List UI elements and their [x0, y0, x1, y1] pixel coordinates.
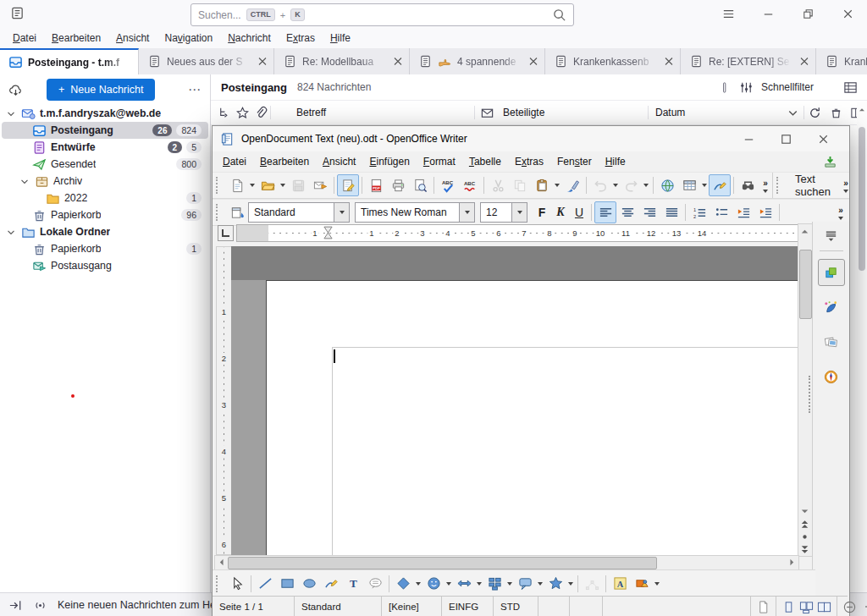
align-left-button[interactable]: [594, 201, 616, 223]
callouts-dropdown-icon[interactable]: [536, 574, 544, 594]
star-column-icon[interactable]: [233, 106, 251, 120]
sync-column-icon[interactable]: [804, 106, 826, 120]
drawing-toolbar-options[interactable]: [653, 574, 661, 594]
folder-pane-options-icon[interactable]: ⋯: [188, 82, 202, 97]
edit-file-button[interactable]: [337, 174, 359, 196]
ellipse-button[interactable]: [298, 573, 320, 595]
export-pdf-button[interactable]: PDF: [365, 174, 387, 196]
align-center-button[interactable]: [616, 201, 638, 223]
tab-close-icon[interactable]: [662, 55, 676, 69]
status-selection-mode[interactable]: STD: [494, 597, 538, 616]
navigation-icon[interactable]: [798, 531, 811, 542]
flowchart-dropdown-icon[interactable]: [505, 574, 514, 594]
new-doc-button[interactable]: [226, 174, 248, 196]
flowchart-button[interactable]: [483, 573, 505, 595]
toolbar-grip[interactable]: [216, 177, 223, 194]
scrollbar-thumb[interactable]: [228, 557, 657, 569]
attachment-column-icon[interactable]: [251, 106, 270, 120]
fontwork-gallery-button[interactable]: A: [609, 573, 631, 595]
multi-page-view-icon[interactable]: [799, 600, 814, 614]
align-right-button[interactable]: [638, 201, 660, 223]
next-page-icon[interactable]: [798, 543, 811, 555]
rectangle-button[interactable]: [276, 573, 298, 595]
folder-t-m-f-andryszak-web-de-0[interactable]: t.m.f.andryszak@web.de: [2, 105, 208, 122]
select-arrow-button[interactable]: [226, 573, 248, 595]
open-folder-button[interactable]: [257, 174, 279, 196]
sidebar-properties-icon[interactable]: [818, 259, 845, 286]
tab-type-selector[interactable]: [218, 225, 234, 241]
freeform-line-button[interactable]: [320, 573, 342, 595]
hyperlink-button[interactable]: [656, 174, 678, 196]
ruler-strip[interactable]: 11234567891011121314: [236, 224, 799, 242]
tab-krankenkassenb-4[interactable]: Krankenkassenb: [545, 48, 681, 74]
table-button[interactable]: [678, 174, 700, 196]
picture-from-file-button[interactable]: [631, 573, 653, 595]
tab-re-modellbaua-2[interactable]: Re: Modellbaua: [274, 48, 410, 74]
tab-posteingang-t-m-f-0[interactable]: Posteingang - t.m.f: [0, 48, 139, 74]
indent-increase-button[interactable]: [754, 201, 776, 223]
chevron-down-icon[interactable]: [5, 107, 17, 119]
message-list-scrollbar[interactable]: [857, 102, 867, 591]
scroll-right-icon[interactable]: [786, 556, 798, 569]
thread-column-icon[interactable]: [214, 106, 233, 120]
writer-titlebar[interactable]: OpenDocument Text (neu).odt - OpenOffice…: [213, 126, 849, 151]
previous-page-icon[interactable]: [798, 518, 811, 530]
menu-writer-hilfe[interactable]: Hilfe: [599, 153, 632, 170]
formatting-overflow-button[interactable]: »: [834, 201, 848, 223]
column-subject[interactable]: Betreff: [271, 101, 474, 124]
writer-minimize-button[interactable]: [730, 126, 767, 151]
folder-papierkorb-6[interactable]: Papierkorb96: [2, 206, 208, 223]
tab-close-icon[interactable]: [527, 55, 540, 69]
symbol-shapes-dropdown-icon[interactable]: [445, 574, 453, 594]
toolbar-grip[interactable]: [216, 575, 223, 592]
tab-close-icon[interactable]: [391, 55, 405, 69]
find-overflow-button[interactable]: »: [839, 174, 853, 196]
basic-shapes-button[interactable]: [392, 573, 414, 595]
line-button[interactable]: [254, 573, 276, 595]
quickfilter-label[interactable]: Schnellfilter: [761, 81, 814, 93]
stars-button[interactable]: [544, 573, 566, 595]
folder-lokale-ordner-7[interactable]: Lokale Ordner: [2, 223, 208, 240]
chevron-down-icon[interactable]: [5, 226, 17, 238]
tab-4-spannende-3[interactable]: 4 spannende: [410, 48, 545, 74]
basic-shapes-dropdown-icon[interactable]: [414, 574, 422, 594]
open-folder-dropdown-icon[interactable]: [279, 175, 287, 195]
quickfilter-pin-icon[interactable]: [717, 80, 732, 95]
callouts-button[interactable]: [514, 573, 536, 595]
tab-re-extern-se-5[interactable]: Re: [EXTERN] Se: [681, 48, 816, 74]
tab-close-icon[interactable]: [256, 55, 269, 69]
sort-chevron-icon[interactable]: [782, 106, 803, 120]
bullet-list-button[interactable]: [710, 201, 732, 223]
sidebar-styles-icon[interactable]: [818, 294, 845, 321]
tab-krankenkassenb-6[interactable]: Krankenkassenb: [816, 48, 867, 74]
menu-writer-ansicht[interactable]: Ansicht: [316, 153, 362, 170]
font-size-combo[interactable]: 12: [480, 202, 527, 223]
toolbar-grip[interactable]: [216, 204, 223, 221]
indent-marker[interactable]: [323, 226, 333, 239]
toolbar-grip[interactable]: [776, 177, 783, 194]
format-paintbrush-button[interactable]: [561, 174, 583, 196]
zoom-out-icon[interactable]: [842, 600, 857, 614]
block-arrows-button[interactable]: [453, 573, 475, 595]
scroll-left-icon[interactable]: [215, 556, 228, 569]
menu-tb-extras[interactable]: Extras: [279, 30, 323, 47]
close-button[interactable]: [840, 7, 855, 22]
minimize-button[interactable]: [760, 7, 776, 22]
column-date[interactable]: Datum: [649, 101, 782, 124]
folder-2022-5[interactable]: 20221: [2, 190, 208, 206]
folder-posteingang-1[interactable]: Posteingang26824: [2, 122, 208, 139]
menu-tb-hilfe[interactable]: Hilfe: [323, 30, 358, 47]
update-available-icon[interactable]: [823, 155, 837, 169]
draw-functions-button[interactable]: [709, 174, 731, 196]
status-insert-mode[interactable]: EINFG: [442, 597, 494, 616]
stars-dropdown-icon[interactable]: [566, 574, 575, 594]
menu-writer-bearbeiten[interactable]: Bearbeiten: [253, 153, 316, 170]
numbered-list-button[interactable]: 12: [688, 201, 710, 223]
status-page[interactable]: Seite 1 / 1: [213, 597, 295, 616]
writer-maximize-button[interactable]: [767, 126, 804, 151]
scroll-down-icon[interactable]: [798, 505, 811, 517]
hamburger-menu-icon[interactable]: [721, 7, 736, 22]
menu-tb-navigation[interactable]: Navigation: [157, 30, 220, 47]
menu-writer-datei[interactable]: Datei: [216, 153, 253, 170]
bold-button[interactable]: F: [533, 202, 551, 223]
